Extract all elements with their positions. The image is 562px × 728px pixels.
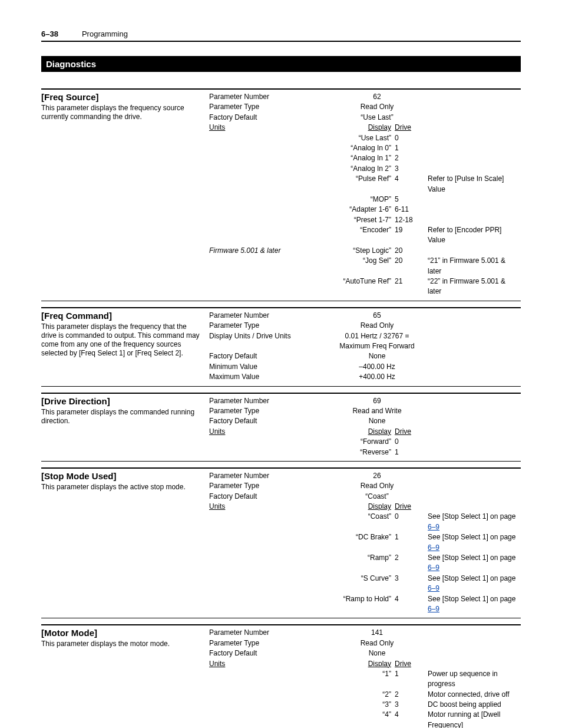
units-drive: 1 xyxy=(395,669,424,690)
units-drive: 21 xyxy=(395,276,424,297)
units-display: “Analog In 0” xyxy=(330,143,395,153)
units-row: “Reverse”1 xyxy=(209,447,521,457)
kv-key: Factory Default xyxy=(209,113,330,123)
units-row-left xyxy=(209,143,330,153)
units-row-left xyxy=(209,594,330,615)
units-row: “Analog In 2”3 xyxy=(209,164,521,174)
page-ref-link[interactable]: 6–9 xyxy=(428,564,439,572)
kv-value: None xyxy=(330,416,424,426)
units-display: “4” xyxy=(330,710,395,728)
kv-value: 69 xyxy=(330,396,424,406)
units-display: “DC Brake” xyxy=(330,532,395,553)
units-display: “Coast” xyxy=(330,512,395,532)
kv-value: Read Only xyxy=(330,321,424,331)
page-ref-link[interactable]: 6–9 xyxy=(428,523,439,531)
kv-key: Parameter Type xyxy=(209,102,330,112)
units-row: “Ramp to Hold”4See [Stop Select 1] on pa… xyxy=(209,594,521,615)
units-drive: 3 xyxy=(395,574,424,594)
kv-row: Parameter Number69 xyxy=(209,396,521,406)
kv-value: None xyxy=(330,648,424,658)
units-note: DC boost being applied xyxy=(424,700,521,710)
kv-key: Parameter Type xyxy=(209,321,330,331)
units-note: Motor running at [Dwell Frequency] xyxy=(424,710,521,728)
units-display: “AutoTune Ref” xyxy=(330,276,395,297)
units-display: “Use Last” xyxy=(330,133,395,143)
kv-key: Parameter Number xyxy=(209,92,330,102)
col-header-drive: Drive xyxy=(395,502,424,512)
units-row: “S Curve”3See [Stop Select 1] on page 6–… xyxy=(209,574,521,594)
col-header-drive: Drive xyxy=(395,659,424,669)
kv-key: Parameter Type xyxy=(209,638,330,648)
units-note xyxy=(424,215,521,225)
units-note: See [Stop Select 1] on page 6–9 xyxy=(424,532,521,553)
kv-key: Display Units / Drive Units xyxy=(209,331,330,352)
units-label: Units xyxy=(209,427,225,436)
units-label: Units xyxy=(209,502,225,510)
units-display: “S Curve” xyxy=(330,574,395,594)
units-note: Refer to [Encoder PPR] Value xyxy=(424,225,521,246)
col-header-display: Display xyxy=(330,123,395,133)
param-name: [Stop Mode Used] xyxy=(41,471,203,482)
units-row: “DC Brake”1See [Stop Select 1] on page 6… xyxy=(209,532,521,553)
page-ref-link[interactable]: 6–9 xyxy=(428,543,439,552)
units-row: “Preset 1-7”12-18 xyxy=(209,215,521,225)
units-display: “2” xyxy=(330,690,395,700)
kv-row: Factory DefaultNone xyxy=(209,648,521,658)
page-ref-link[interactable]: 6–9 xyxy=(428,584,439,592)
units-drive: 4 xyxy=(395,710,424,728)
units-display: “Step Logic” xyxy=(330,246,395,256)
page-ref-link[interactable]: 6–9 xyxy=(428,605,439,613)
kv-row: Parameter TypeRead Only xyxy=(209,102,521,112)
units-row-left xyxy=(209,205,330,215)
units-drive: 6-11 xyxy=(395,205,424,215)
kv-value: Read Only xyxy=(330,102,424,112)
units-display: “Reverse” xyxy=(330,447,395,457)
units-drive: 0 xyxy=(395,133,424,143)
units-drive: 2 xyxy=(395,553,424,574)
units-drive: 3 xyxy=(395,700,424,710)
kv-value: “Coast” xyxy=(330,492,424,502)
units-header: UnitsDisplayDrive xyxy=(209,659,521,669)
kv-key: Factory Default xyxy=(209,648,330,658)
kv-value: 0.01 Hertz / 32767 = Maximum Freq Forwar… xyxy=(330,331,424,352)
units-row-left xyxy=(209,710,330,728)
param-block: [Drive Direction]This parameter displays… xyxy=(41,393,521,462)
kv-key: Parameter Number xyxy=(209,471,330,481)
kv-row: Factory Default“Coast” xyxy=(209,492,521,502)
units-display: “Analog In 1” xyxy=(330,153,395,163)
chapter-title: Programming xyxy=(82,29,128,38)
kv-key: Parameter Number xyxy=(209,311,330,321)
units-row-left: Firmware 5.001 & later xyxy=(209,246,330,256)
units-row-left xyxy=(209,225,330,246)
kv-key: Parameter Type xyxy=(209,406,330,416)
param-block: [Stop Mode Used]This parameter displays … xyxy=(41,467,521,618)
units-row-left xyxy=(209,195,330,205)
kv-value: “Use Last” xyxy=(330,113,424,123)
units-note: See [Stop Select 1] on page 6–9 xyxy=(424,594,521,615)
units-drive: 0 xyxy=(395,512,424,532)
units-note: Power up sequence in progress xyxy=(424,669,521,690)
param-desc: This parameter displays the frequency th… xyxy=(41,322,203,358)
units-note xyxy=(424,195,521,205)
units-row-left xyxy=(209,256,330,276)
units-row-left xyxy=(209,574,330,594)
units-row-left xyxy=(209,437,330,447)
units-row-left xyxy=(209,669,330,690)
kv-row: Parameter Number62 xyxy=(209,92,521,102)
kv-value: 141 xyxy=(330,628,424,638)
units-drive: 12-18 xyxy=(395,215,424,225)
units-note xyxy=(424,153,521,163)
col-header-display: Display xyxy=(330,502,395,512)
units-display: “Ramp to Hold” xyxy=(330,594,395,615)
units-header: UnitsDisplayDrive xyxy=(209,502,521,512)
param-block: [Freq Source]This parameter displays the… xyxy=(41,88,521,301)
kv-row: Parameter TypeRead Only xyxy=(209,321,521,331)
units-row: “Use Last”0 xyxy=(209,133,521,143)
units-row: “Adapter 1-6”6-11 xyxy=(209,205,521,215)
units-drive: 20 xyxy=(395,246,424,256)
units-drive: 1 xyxy=(395,143,424,153)
kv-row: Display Units / Drive Units0.01 Hertz / … xyxy=(209,331,521,352)
units-row: “Analog In 1”2 xyxy=(209,153,521,163)
units-display: “MOP” xyxy=(330,195,395,205)
kv-key: Parameter Number xyxy=(209,628,330,638)
